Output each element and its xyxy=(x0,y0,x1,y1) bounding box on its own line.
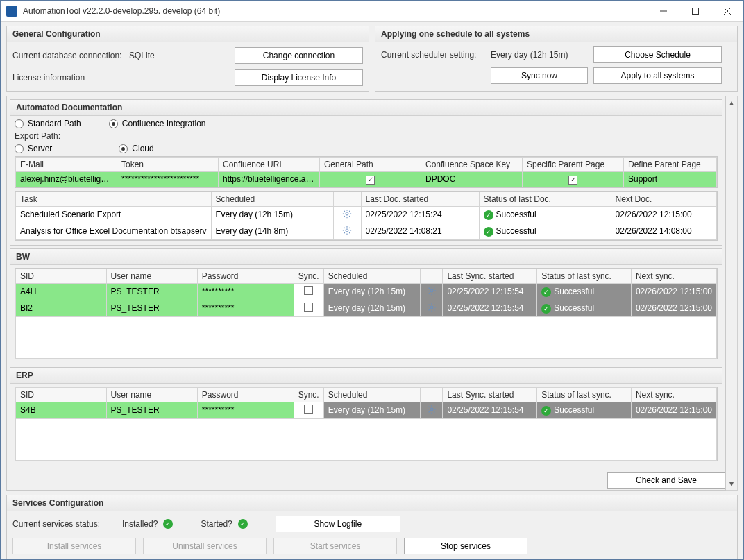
app-icon xyxy=(6,6,17,17)
sync-checkbox xyxy=(304,303,313,312)
radio-confluence[interactable]: Confluence Integration xyxy=(109,119,206,128)
erp-table: SIDUser namePassword Sync.Scheduled Last… xyxy=(15,387,717,419)
svg-rect-0 xyxy=(693,8,699,14)
scroll-down-icon[interactable]: ▾ xyxy=(726,478,737,490)
schedule-panel: Applying one schedule to all systems Cur… xyxy=(375,26,738,92)
system-row[interactable]: S4B PS_TESTER ********** Every day (12h … xyxy=(16,402,717,418)
radio-standard-path[interactable]: Standard Path xyxy=(15,119,81,128)
radio-server[interactable]: Server xyxy=(15,144,52,153)
titlebar: AutomationTool v22.2.0-develop.295. deve… xyxy=(1,1,743,22)
maximize-button[interactable] xyxy=(679,1,711,22)
erp-section: ERP SIDUser namePassword Sync.Scheduled … xyxy=(10,367,722,466)
maximize-icon xyxy=(692,8,699,15)
svg-point-5 xyxy=(430,408,433,411)
display-license-button[interactable]: Display License Info xyxy=(235,69,363,86)
window-title: AutomationTool v22.2.0-develop.295. deve… xyxy=(23,6,648,16)
close-icon xyxy=(724,8,731,15)
check-save-button[interactable]: Check and Save xyxy=(607,472,725,489)
radio-cloud[interactable]: Cloud xyxy=(119,144,153,153)
sync-checkbox xyxy=(304,405,313,414)
services-status-label: Current services status: xyxy=(12,519,117,529)
services-panel: Services Configuration Current services … xyxy=(6,495,738,559)
success-icon: ✓ xyxy=(484,227,493,237)
svg-point-4 xyxy=(430,306,433,309)
show-logfile-button[interactable]: Show Logfile xyxy=(276,516,400,532)
gear-icon xyxy=(427,405,437,414)
task-row[interactable]: Scheduled Scenario Export Every day (12h… xyxy=(16,206,717,223)
minimize-button[interactable] xyxy=(648,1,679,22)
vertical-scrollbar[interactable]: ▴ ▾ xyxy=(726,96,738,491)
scroll-up-icon[interactable]: ▴ xyxy=(726,96,737,108)
bw-header: BW xyxy=(10,249,722,265)
db-label: Current database connection: xyxy=(12,51,124,60)
schedule-header: Applying one schedule to all systems xyxy=(375,26,737,42)
autodoc-section: Automated Documentation Standard Path Co… xyxy=(10,99,722,246)
close-button[interactable] xyxy=(711,1,743,22)
success-icon: ✓ xyxy=(484,210,493,220)
minimize-icon xyxy=(660,8,667,15)
system-row[interactable]: BI2 PS_TESTER ********** Every day (12h … xyxy=(16,300,717,316)
started-ok-icon: ✓ xyxy=(238,519,248,529)
confluence-config-table: E-Mail Token Confluence URL General Path… xyxy=(15,157,717,187)
general-path-checkbox xyxy=(366,176,375,185)
gear-icon xyxy=(342,209,352,219)
installed-ok-icon: ✓ xyxy=(163,519,173,529)
license-label: License information xyxy=(12,73,124,83)
bw-section: BW SIDUser namePassword Sync.Scheduled L… xyxy=(10,248,722,364)
svg-point-1 xyxy=(346,212,348,215)
main-scroll-content: Automated Documentation Standard Path Co… xyxy=(6,96,726,491)
gear-icon xyxy=(427,286,437,296)
success-icon: ✓ xyxy=(541,287,551,297)
success-icon: ✓ xyxy=(541,406,551,416)
gear-icon xyxy=(342,226,352,235)
apply-all-button[interactable]: Apply to all systems xyxy=(593,67,722,84)
confluence-config-row[interactable]: alexej.hinz@bluetelligence... **********… xyxy=(16,172,717,187)
started-label: Started? xyxy=(201,519,232,529)
change-connection-button[interactable]: Change connection xyxy=(235,47,363,64)
install-services-button: Install services xyxy=(12,538,136,554)
export-path-label: Export Path: xyxy=(15,131,718,141)
services-header: Services Configuration xyxy=(7,495,737,511)
app-window: AutomationTool v22.2.0-develop.295. deve… xyxy=(0,0,744,560)
scheduler-label: Current scheduler setting: xyxy=(381,50,485,60)
sync-checkbox xyxy=(304,286,313,295)
installed-label: Installed? xyxy=(122,519,158,529)
specific-parent-checkbox xyxy=(568,176,577,185)
task-table: Task Scheduled Last Doc. started Status … xyxy=(15,192,717,240)
success-icon: ✓ xyxy=(541,304,551,314)
start-services-button: Start services xyxy=(273,538,397,554)
scheduler-value: Every day (12h 15m) xyxy=(491,50,588,60)
general-config-panel: General Configuration Current database c… xyxy=(6,26,369,92)
general-config-header: General Configuration xyxy=(7,26,369,42)
task-row[interactable]: Analysis for Office Excel Documentation … xyxy=(16,223,717,239)
uninstall-services-button: Uninstall services xyxy=(143,538,267,554)
system-row[interactable]: A4H PS_TESTER ********** Every day (12h … xyxy=(16,283,717,300)
choose-schedule-button[interactable]: Choose Schedule xyxy=(593,46,722,63)
svg-point-3 xyxy=(430,289,433,292)
svg-point-2 xyxy=(346,229,348,232)
sync-now-button[interactable]: Sync now xyxy=(491,67,588,84)
bw-table: SIDUser namePassword Sync.Scheduled Last… xyxy=(15,269,717,317)
gear-icon xyxy=(427,303,437,312)
db-value: SQLite xyxy=(129,51,155,60)
autodoc-header: Automated Documentation xyxy=(10,100,722,116)
erp-header: ERP xyxy=(10,368,722,384)
stop-services-button[interactable]: Stop services xyxy=(404,538,527,554)
